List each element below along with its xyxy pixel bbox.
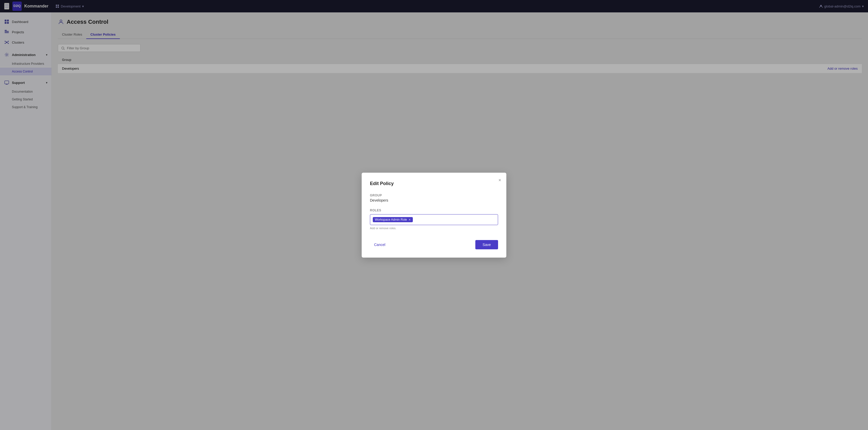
group-field-label: Group xyxy=(370,194,498,197)
modal-overlay[interactable]: Edit Policy × Group Developers Roles Wor… xyxy=(0,0,868,430)
roles-field-label: Roles xyxy=(370,208,498,212)
group-field: Group Developers xyxy=(370,194,498,202)
roles-input-container[interactable]: Workspace Admin Role × xyxy=(370,214,498,225)
role-tag-label: Workspace Admin Role xyxy=(375,218,407,222)
modal-close-button[interactable]: × xyxy=(498,178,501,183)
modal-title: Edit Policy xyxy=(370,181,498,186)
role-tag-workspace-admin-role: Workspace Admin Role × xyxy=(373,217,413,222)
save-button[interactable]: Save xyxy=(475,240,498,249)
roles-input[interactable] xyxy=(414,218,495,222)
modal-actions: Cancel Save xyxy=(370,240,498,249)
roles-hint: Add or remove roles. xyxy=(370,227,498,230)
roles-field: Roles Workspace Admin Role × Add or remo… xyxy=(370,208,498,230)
edit-policy-modal: Edit Policy × Group Developers Roles Wor… xyxy=(362,173,506,258)
cancel-button[interactable]: Cancel xyxy=(370,240,390,249)
role-tag-remove-button[interactable]: × xyxy=(409,218,411,222)
group-field-value: Developers xyxy=(370,198,498,202)
